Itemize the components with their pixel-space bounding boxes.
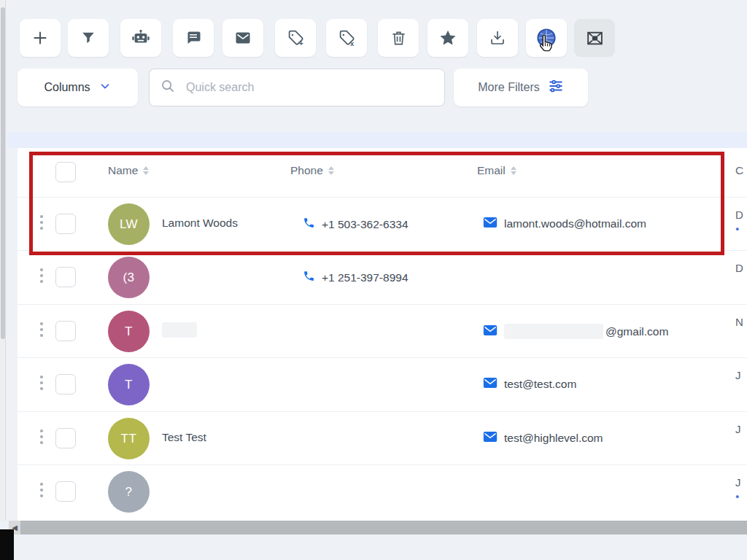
mail-icon: [483, 324, 498, 339]
email-cell[interactable]: lamont.woods@hotmail.com: [483, 217, 646, 231]
video-corner-block: [0, 529, 14, 560]
sms-button[interactable]: [173, 19, 214, 57]
more-filters-button[interactable]: More Filters: [454, 69, 588, 106]
export-button[interactable]: [477, 19, 518, 57]
email-cell[interactable]: test@test.com: [483, 377, 576, 392]
created-cell: N: [735, 316, 743, 332]
columns-dropdown[interactable]: Columns: [18, 69, 138, 106]
chat-icon: [185, 29, 202, 47]
remove-tag-button[interactable]: x: [326, 19, 367, 57]
svg-text:x: x: [350, 40, 355, 47]
table-header: Name Phone Email C: [18, 148, 747, 198]
search-input[interactable]: [185, 80, 406, 95]
phone-icon: [303, 217, 315, 232]
select-all-checkbox[interactable]: [55, 162, 76, 182]
contacts-page: + x Column: [0, 0, 747, 560]
add-tag-button[interactable]: +: [275, 19, 316, 57]
avatar: TT: [108, 418, 150, 459]
plus-icon: [31, 28, 50, 47]
phone-cell[interactable]: +1 251-397-8994: [303, 270, 409, 285]
favorite-button[interactable]: [427, 19, 468, 57]
drag-handle[interactable]: [40, 268, 43, 283]
mail-icon: [483, 217, 498, 231]
trash-icon: [390, 30, 407, 47]
sort-icon[interactable]: [143, 166, 149, 175]
contacts-table: Name Phone Email C LW Lamont Woods: [18, 148, 747, 521]
delete-button[interactable]: [378, 19, 419, 57]
robot-icon: [131, 28, 150, 47]
header-phone[interactable]: Phone: [290, 164, 334, 177]
columns-label: Columns: [44, 81, 90, 94]
row-checkbox[interactable]: [55, 214, 76, 234]
contact-name[interactable]: Lamont Woods: [162, 217, 238, 230]
status-dot: ●: [735, 225, 743, 233]
drag-handle[interactable]: [40, 483, 43, 497]
frame-icon: [586, 29, 604, 47]
chevron-down-icon: [98, 79, 112, 96]
more-filters-label: More Filters: [478, 81, 539, 94]
header-name[interactable]: Name: [108, 164, 149, 177]
status-dot: ●: [735, 493, 741, 500]
created-cell: D: [735, 262, 743, 279]
quick-search[interactable]: [149, 69, 445, 106]
redacted-name: [162, 322, 197, 338]
automation-button[interactable]: [120, 19, 161, 57]
avatar: LW: [108, 203, 150, 245]
created-cell: J: [735, 369, 741, 386]
tag-remove-icon: x: [338, 29, 356, 47]
envelope-icon: [234, 29, 252, 47]
table-row: T test@test.com J: [18, 357, 747, 411]
created-cell: D●: [735, 209, 743, 233]
created-cell: J●: [735, 476, 741, 500]
drag-handle[interactable]: [40, 429, 43, 444]
table-row: ? J●: [18, 464, 747, 518]
search-icon: [160, 78, 176, 97]
horizontal-scrollbar-thumb[interactable]: [20, 521, 747, 534]
phone-icon: [303, 270, 315, 285]
row-checkbox[interactable]: [55, 481, 76, 502]
bulk-action-button[interactable]: [526, 19, 567, 57]
mail-icon: [483, 431, 498, 446]
table-row: T @gmail.com N: [18, 304, 747, 358]
row-checkbox[interactable]: [55, 374, 76, 394]
drag-handle[interactable]: [40, 376, 43, 390]
table-row: TT Test Test test@highlevel.com J: [18, 411, 747, 465]
star-icon: [438, 28, 457, 47]
sort-icon[interactable]: [511, 166, 516, 175]
drag-handle[interactable]: [40, 322, 43, 337]
table-top-band: [7, 132, 747, 148]
avatar: T: [108, 311, 150, 352]
add-contact-button[interactable]: [20, 19, 61, 57]
row-checkbox[interactable]: [55, 267, 76, 287]
tag-add-icon: +: [287, 29, 305, 47]
email-cell[interactable]: @gmail.com: [483, 324, 668, 339]
avatar: ?: [108, 471, 150, 513]
vertical-scrollbar[interactable]: [0, 0, 6, 521]
horizontal-scrollbar[interactable]: ◀: [9, 521, 747, 534]
row-checkbox[interactable]: [55, 428, 76, 448]
globe-icon: [536, 28, 557, 48]
drag-handle[interactable]: [40, 215, 43, 230]
sort-icon[interactable]: [328, 166, 334, 175]
contact-name[interactable]: Test Test: [162, 431, 206, 444]
email-button[interactable]: [222, 19, 263, 57]
mail-icon: [483, 377, 498, 392]
funnel-icon: [80, 30, 96, 46]
vertical-scrollbar-thumb[interactable]: [1, 7, 5, 339]
avatar: T: [108, 364, 150, 405]
table-row: LW Lamont Woods +1 503-362-6334 lamont.w…: [18, 197, 747, 251]
phone-cell[interactable]: +1 503-362-6334: [303, 217, 409, 232]
email-cell[interactable]: test@highlevel.com: [483, 431, 603, 446]
avatar: (3: [108, 257, 150, 298]
row-checkbox[interactable]: [55, 321, 76, 341]
filter-button[interactable]: [68, 19, 109, 57]
created-cell: J: [735, 423, 741, 440]
header-email[interactable]: Email: [477, 164, 516, 177]
redacted-email: [504, 324, 603, 339]
table-row: (3 +1 251-397-8994 D: [18, 250, 747, 304]
svg-text:+: +: [298, 39, 303, 47]
download-icon: [489, 29, 506, 47]
sliders-icon: [548, 78, 564, 97]
header-created-partial: C: [735, 164, 743, 177]
frame-button[interactable]: [574, 19, 615, 57]
